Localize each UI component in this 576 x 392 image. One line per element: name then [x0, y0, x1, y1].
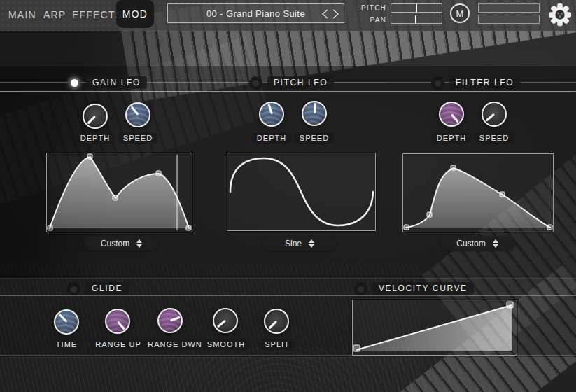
- bottom-strip: [0, 357, 576, 392]
- divider: [0, 31, 576, 31]
- pan-slider[interactable]: [391, 15, 442, 24]
- filter-depth-label: DEPTH: [431, 132, 472, 144]
- filter-waveform-fill: [406, 168, 550, 227]
- divider: [0, 278, 576, 279]
- knob-pointer: [269, 321, 277, 329]
- waveform-handle[interactable]: [427, 212, 432, 217]
- gain-lfo-waveform-select[interactable]: Custom: [84, 236, 159, 251]
- gain-lfo-header: GAIN LFO: [68, 76, 147, 90]
- tab-effects[interactable]: EFFECTS: [72, 0, 122, 29]
- pitch-lfo-waveform-value: Sine: [285, 239, 302, 248]
- waveform-handle[interactable]: [113, 195, 118, 200]
- glide-range-up-label: RANGE UP: [90, 339, 146, 350]
- tab-mod[interactable]: MOD: [116, 0, 154, 28]
- filter-speed-label: SPEED: [474, 132, 514, 144]
- glide-smooth-knob[interactable]: [213, 308, 238, 333]
- settings-button[interactable]: [547, 1, 573, 28]
- tab-main[interactable]: MAIN: [8, 0, 36, 29]
- plugin-window: MAIN ARP EFFECTS MOD 00 - Grand Piano Su…: [0, 0, 576, 392]
- filter-lfo-waveform-select[interactable]: Custom: [440, 236, 515, 251]
- glide-range-dwn-label: RANGE DWN: [142, 339, 207, 350]
- waveform-handle[interactable]: [156, 171, 161, 176]
- pitch-speed-label: SPEED: [294, 132, 335, 144]
- preset-nav: [321, 8, 340, 22]
- velocity-handle-min[interactable]: [353, 345, 360, 351]
- pitch-lfo-led[interactable]: [249, 76, 262, 90]
- preset-name: 00 - Grand Piano Suite: [206, 8, 305, 19]
- stepper-arrows-icon: [493, 239, 498, 248]
- knob-pointer: [130, 106, 139, 115]
- waveform-handle[interactable]: [451, 165, 456, 170]
- waveform-handle[interactable]: [87, 154, 92, 159]
- prev-preset-icon: [323, 10, 328, 18]
- filter-speed-knob[interactable]: [482, 102, 507, 127]
- pitch-lfo-header: PITCH LFO: [249, 76, 334, 90]
- divider: [0, 295, 576, 296]
- glide-led[interactable]: [67, 282, 80, 295]
- glide-header: GLIDE: [67, 281, 129, 295]
- glide-time-label: TIME: [50, 339, 83, 350]
- glide-time-knob[interactable]: [54, 309, 79, 335]
- waveform-handle[interactable]: [186, 225, 191, 230]
- knob-pointer: [59, 314, 67, 323]
- pitch-label: PITCH: [358, 4, 386, 12]
- velocity-curve-display[interactable]: [352, 300, 517, 356]
- waveform-handle[interactable]: [500, 192, 505, 197]
- knob-pointer: [314, 103, 316, 113]
- mono-button[interactable]: M: [450, 4, 470, 23]
- filter-lfo-title: FILTER LFO: [449, 76, 520, 89]
- stepper-arrows-icon: [309, 239, 314, 248]
- glide-split-knob[interactable]: [264, 309, 289, 334]
- pitch-lfo-waveform-select[interactable]: Sine: [262, 236, 337, 251]
- filter-lfo-led[interactable]: [431, 76, 444, 90]
- stepper-arrows-icon: [136, 239, 142, 248]
- filter-lfo-waveform-display[interactable]: [402, 153, 554, 232]
- glide-range-dwn-knob[interactable]: [157, 308, 183, 333]
- mid-strip-shade: [0, 31, 576, 66]
- filter-lfo-header: FILTER LFO: [431, 76, 520, 90]
- preset-selector[interactable]: 00 - Grand Piano Suite: [167, 4, 344, 23]
- knob-pointer: [486, 113, 495, 122]
- pitch-depth-label: DEPTH: [251, 132, 292, 144]
- divider: [0, 358, 576, 358]
- waveform-handle[interactable]: [48, 225, 52, 230]
- gain-speed-label: SPEED: [118, 132, 158, 144]
- knob-pointer: [451, 113, 459, 122]
- knob-pointer: [117, 321, 125, 330]
- gain-lfo-title: GAIN LFO: [86, 76, 147, 89]
- knob-pointer: [217, 320, 226, 328]
- glide-smooth-label: SMOOTH: [202, 339, 251, 350]
- glide-title: GLIDE: [85, 282, 129, 295]
- pitch-speed-knob[interactable]: [302, 101, 327, 126]
- waveform-handle[interactable]: [547, 225, 552, 230]
- gain-speed-knob[interactable]: [125, 102, 150, 127]
- glide-split-label: SPLIT: [259, 339, 295, 350]
- filter-lfo-waveform-value: Custom: [456, 239, 485, 248]
- glide-range-up-knob[interactable]: [105, 309, 130, 334]
- pitch-depth-knob[interactable]: [259, 102, 284, 127]
- pitch-lfo-waveform-display[interactable]: [227, 153, 376, 231]
- velocity-handle-max[interactable]: [507, 302, 513, 308]
- filter-depth-knob[interactable]: [439, 102, 464, 127]
- gain-depth-label: DEPTH: [75, 132, 115, 144]
- gain-lfo-led[interactable]: [68, 76, 81, 90]
- velocity-curve-title: VELOCITY CURVE: [372, 282, 474, 295]
- pitch-slider[interactable]: [391, 4, 442, 13]
- meter-top: [478, 4, 540, 13]
- pan-slider-thumb[interactable]: [415, 15, 416, 23]
- pitch-waveform-line: [230, 158, 373, 225]
- pitch-slider-thumb[interactable]: [416, 4, 417, 12]
- knob-pointer: [267, 104, 272, 114]
- knob-pointer: [87, 115, 96, 124]
- tab-mod-label: MOD: [122, 8, 148, 20]
- tab-arp[interactable]: ARP: [43, 0, 66, 29]
- gain-lfo-waveform-display[interactable]: [46, 153, 192, 232]
- pan-label: PAN: [358, 16, 386, 24]
- divider: [0, 91, 576, 92]
- velocity-curve-header: VELOCITY CURVE: [354, 281, 474, 295]
- meter-bottom: [478, 15, 540, 24]
- gain-lfo-waveform-value: Custom: [101, 239, 129, 248]
- gain-depth-knob[interactable]: [83, 104, 108, 129]
- waveform-handle[interactable]: [404, 225, 409, 230]
- velocity-curve-led[interactable]: [354, 282, 367, 295]
